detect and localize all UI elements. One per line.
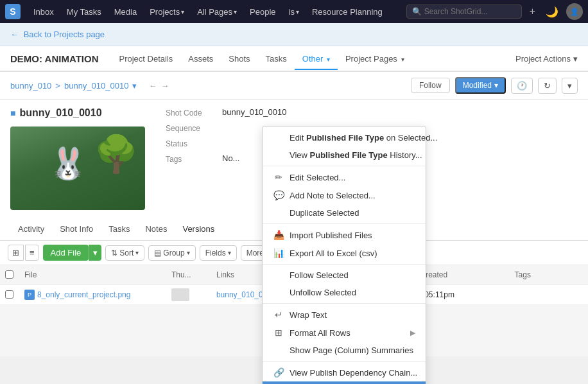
ctx-export-excel[interactable]: 📊 Export All to Excel (csv) <box>263 244 426 262</box>
ctx-wrap-icon: ↵ <box>273 310 284 320</box>
top-nav: S Inbox My Tasks Media Projects ▾ All Pa… <box>0 0 588 23</box>
group-button[interactable]: ▤ Group ▾ <box>148 245 195 261</box>
breadcrumb-item-1[interactable]: bunny_010 <box>10 81 51 91</box>
breadcrumb-dropdown-icon[interactable]: ▾ <box>132 81 137 91</box>
field-label-sequence: Sequence <box>166 123 217 133</box>
ctx-separator-3 <box>263 264 426 265</box>
moon-icon[interactable]: 🌙 <box>543 3 561 21</box>
ctx-view-dependency[interactable]: 🔗 View Publish Dependency Chain... <box>263 363 426 381</box>
add-file-button[interactable]: Add File <box>43 245 89 261</box>
ctx-format-icon: ⊞ <box>273 327 284 338</box>
breadcrumb: bunny_010 > bunny_010_0010 ▾ ← → <box>10 81 169 91</box>
refresh-button[interactable]: ↻ <box>538 78 557 94</box>
project-pages-chevron: ▾ <box>401 56 404 63</box>
ctx-separator-2 <box>263 223 426 224</box>
field-label-status: Status <box>166 138 217 148</box>
nav-inbox[interactable]: Inbox <box>28 4 59 19</box>
td-checkbox[interactable] <box>0 290 19 299</box>
follow-button[interactable]: Follow <box>411 78 450 93</box>
ctx-page-summaries[interactable]: Show Page (Column) Summaries <box>263 342 426 359</box>
ctx-unfollow[interactable]: Unfollow Selected <box>263 284 426 301</box>
ctx-separator-4 <box>263 303 426 304</box>
nav-allpages[interactable]: All Pages ▾ <box>192 4 242 19</box>
subtab-activity[interactable]: Activity <box>10 220 52 239</box>
project-actions-chevron: ▾ <box>573 54 578 64</box>
group-chevron: ▾ <box>187 249 190 256</box>
modified-dropdown-icon: ▾ <box>494 81 498 90</box>
ctx-follow[interactable]: Follow Selected <box>263 266 426 284</box>
ctx-add-note[interactable]: 💬 Add Note to Selected... <box>263 186 426 204</box>
subtab-versions[interactable]: Versions <box>175 220 222 239</box>
shot-header: bunny_010 > bunny_010_0010 ▾ ← → Follow … <box>0 72 588 100</box>
ctx-edit-selected[interactable]: ✏ Edit Selected... <box>263 168 426 186</box>
ctx-view-published-history[interactable]: View Published File Type History... <box>263 146 426 164</box>
ctx-pencil-icon: ✏ <box>273 172 284 182</box>
add-icon[interactable]: + <box>527 3 538 20</box>
tab-shots[interactable]: Shots <box>221 49 257 70</box>
ctx-edit-published-type[interactable]: Edit Published File Type on Selected... <box>263 129 426 146</box>
th-file[interactable]: File <box>19 270 166 279</box>
tab-assets[interactable]: Assets <box>180 49 221 70</box>
ctx-open-associated[interactable]: 🟢 Open in Associated Application <box>263 381 426 384</box>
file-name[interactable]: 8_only_current_project.png <box>37 290 130 299</box>
row-checkbox[interactable] <box>5 290 13 299</box>
shot-name: ■ bunny_010_0010 <box>10 107 145 119</box>
add-file-dropdown-button[interactable]: ▾ <box>89 245 101 261</box>
app-logo[interactable]: S <box>5 4 21 19</box>
select-all-checkbox[interactable] <box>5 270 13 279</box>
subtab-notes[interactable]: Notes <box>137 220 175 239</box>
ctx-import[interactable]: 📥 Import Published Files <box>263 226 426 244</box>
nav-resource-planning[interactable]: Resource Planning <box>307 4 388 19</box>
tab-other[interactable]: Other ▾ <box>295 49 338 70</box>
project-actions-button[interactable]: Project Actions ▾ <box>515 54 578 64</box>
ctx-duplicate[interactable]: Duplicate Selected <box>263 204 426 222</box>
history-button[interactable]: 🕐 <box>511 78 533 94</box>
tab-project-details[interactable]: Project Details <box>111 49 180 70</box>
modified-button[interactable]: Modified ▾ <box>455 77 506 94</box>
td-thumb <box>166 288 211 301</box>
more-button[interactable]: ▾ <box>562 78 578 94</box>
ctx-wrap-text[interactable]: ↵ Wrap Text <box>263 306 426 324</box>
nav-projects[interactable]: Projects ▾ <box>144 4 189 19</box>
grid-view-button[interactable]: ⊞ <box>8 245 24 261</box>
shot-image-panel: ■ bunny_010_0010 <box>0 100 155 218</box>
ctx-format-rows[interactable]: ⊞ Format All Rows ▶ <box>263 324 426 342</box>
sort-chevron: ▾ <box>135 249 139 256</box>
nav-people[interactable]: People <box>245 4 281 19</box>
search-box[interactable]: 🔍 <box>406 4 522 19</box>
ctx-export-icon: 📊 <box>273 248 284 258</box>
th-thumb[interactable]: Thu... <box>166 270 211 279</box>
nav-is[interactable]: is ▾ <box>284 4 304 19</box>
ctx-dependency-icon: 🔗 <box>273 367 284 378</box>
tab-project-pages[interactable]: Project Pages ▾ <box>338 49 412 70</box>
avatar[interactable]: 👤 <box>566 3 583 20</box>
project-tabs-bar: DEMO: ANIMATION Project Details Assets S… <box>0 46 588 72</box>
fields-button[interactable]: Fields ▾ <box>200 245 237 261</box>
th-tags[interactable]: Tags <box>510 270 588 279</box>
context-menu: Edit Published File Type on Selected... … <box>262 126 426 384</box>
row-thumbnail <box>171 288 189 301</box>
projects-chevron: ▾ <box>181 8 184 15</box>
nav-prev-icon[interactable]: ← <box>148 81 157 91</box>
td-file: P 8_only_current_project.png <box>19 290 166 300</box>
group-icon: ▤ <box>154 249 161 257</box>
nav-media[interactable]: Media <box>109 4 142 19</box>
is-chevron: ▾ <box>296 8 299 15</box>
file-type-icon: P <box>24 290 35 300</box>
tab-tasks[interactable]: Tasks <box>258 49 295 70</box>
ctx-import-icon: 📥 <box>273 230 284 240</box>
sort-button[interactable]: ⇅ Sort ▾ <box>105 245 144 261</box>
ctx-separator-1 <box>263 166 426 166</box>
back-arrow-icon: ← <box>10 30 19 39</box>
subtab-tasks[interactable]: Tasks <box>101 220 137 239</box>
search-input[interactable] <box>424 7 514 16</box>
shot-header-right: Follow Modified ▾ 🕐 ↻ ▾ <box>411 77 578 94</box>
shot-thumbnail <box>10 127 145 210</box>
subtab-shot-info[interactable]: Shot Info <box>52 220 101 239</box>
back-bar[interactable]: ← Back to Projects page <box>0 23 588 46</box>
view-icons: ⊞ ≡ <box>8 245 39 261</box>
list-view-button[interactable]: ≡ <box>25 245 39 261</box>
nav-mytasks[interactable]: My Tasks <box>62 4 107 19</box>
nav-next-icon[interactable]: → <box>160 81 169 91</box>
breadcrumb-item-2[interactable]: bunny_010_0010 <box>64 81 129 91</box>
